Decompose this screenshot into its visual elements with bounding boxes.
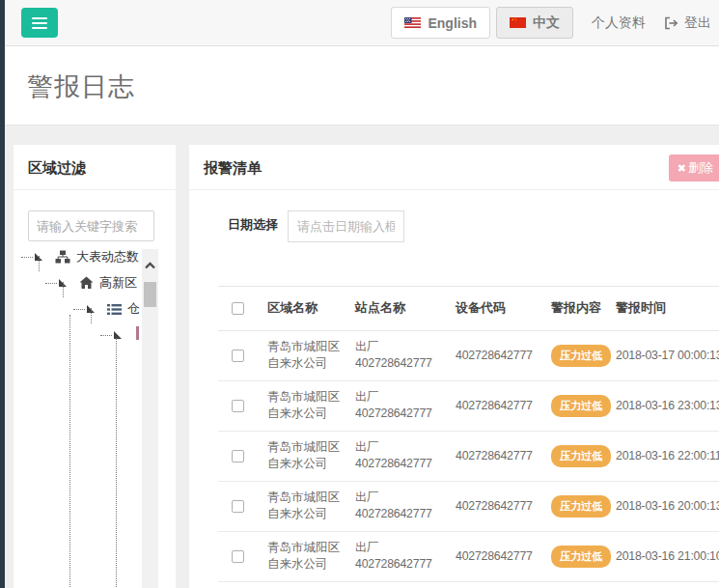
tree-node-company[interactable]: 仓 [73,299,140,319]
page-title: 警报日志 [27,70,719,104]
row-checkbox[interactable] [232,450,244,462]
alarm-badge: 压力过低 [551,495,611,518]
delete-button[interactable]: ✖ 删除 [669,154,719,182]
tree-connector [21,257,33,258]
date-filter-row: 日期选择 [189,210,719,243]
alarm-table-wrapper: 区域名称 站点名称 设备代码 警报内容 警报时间 青岛市城阳区自来水公司 出厂 … [218,286,719,582]
tree-node-station[interactable] [100,325,122,345]
cell-device-code: 402728642777 [456,481,551,531]
cell-time: 2018-03-16 23:00:13 [616,380,719,431]
alarm-badge: 压力过低 [551,345,611,367]
area-filter-header: 区域过滤 [14,145,176,190]
cell-area: 青岛市城阳区自来水公司 [267,380,355,431]
list-icon [107,303,122,316]
page-header: 警报日志 [5,46,719,126]
tree-scrollbar-track[interactable] [142,249,158,588]
tree-connector [45,283,57,284]
cell-station: 出厂 402728642777 [355,330,456,380]
profile-link[interactable]: 个人资料 [592,14,646,32]
us-flag-icon [404,17,421,28]
cell-station: 出厂 402728642777 [355,380,456,431]
china-flag-icon [510,17,526,28]
tree-connector [63,282,64,297]
column-header-area: 区域名称 [267,287,355,330]
tree-node-district[interactable]: 高新区 [45,273,137,293]
row-checkbox[interactable] [232,550,244,563]
row-checkbox[interactable] [232,500,244,513]
tree-connector [69,315,70,588]
alarm-list-title: 报警清单 [204,159,262,176]
row-checkbox[interactable] [232,400,244,412]
tree-connector [73,309,85,310]
tree-node-label[interactable]: 仓 [127,300,140,318]
cell-device-code: 402728642777 [456,431,551,481]
area-filter-panel: 区域过滤 大表动态数 高新区 仓 [14,145,176,588]
language-label: 中文 [533,14,560,32]
language-label: English [428,15,477,31]
select-all-checkbox[interactable] [232,302,244,315]
hamburger-icon [32,17,47,19]
hamburger-menu-button[interactable] [21,8,58,38]
cell-time: 2018-03-16 20:00:13 [616,481,719,531]
scrollbar-thumb[interactable] [144,282,156,307]
logout-icon [664,16,678,30]
tree-connector [100,335,112,336]
alarm-list-header: 报警清单 ✖ 删除 [189,145,719,190]
language-button-english[interactable]: English [391,7,490,39]
tree-node-label[interactable]: 大表动态数 [76,248,139,266]
alarm-badge: 压力过低 [551,395,611,417]
tree-node-label[interactable]: 高新区 [99,274,137,292]
alarm-badge: 压力过低 [551,546,611,568]
logout-link[interactable]: 登出 [664,14,711,32]
table-row: 青岛市城阳区自来水公司 出厂 402728642777 402728642777… [218,481,719,531]
alarm-table: 区域名称 站点名称 设备代码 警报内容 警报时间 青岛市城阳区自来水公司 出厂 … [218,287,719,582]
cell-station: 出厂 402728642777 [355,531,456,581]
delete-button-label: 删除 [688,159,713,177]
date-select-label: 日期选择 [228,216,278,233]
table-row: 青岛市城阳区自来水公司 出厂 402728642777 402728642777… [218,531,719,581]
top-navbar: English 中文 个人资料 登出 [5,0,719,46]
cell-station: 出厂 402728642777 [355,431,456,481]
scroll-up-button[interactable] [144,260,156,272]
cell-area: 青岛市城阳区自来水公司 [267,481,355,531]
area-filter-title: 区域过滤 [28,159,86,176]
keyword-search-input[interactable] [28,210,154,241]
row-checkbox[interactable] [232,350,244,362]
tree-connector [39,256,40,271]
tree-connector [91,308,92,323]
cell-station: 出厂 402728642777 [355,481,456,531]
cell-time: 2018-03-17 00:00:13 [616,330,719,380]
cell-area: 青岛市城阳区自来水公司 [267,330,355,380]
column-header-alarm: 警报内容 [551,287,616,330]
column-header-time: 警报时间 [616,287,719,330]
column-header-device: 设备代码 [456,287,551,330]
table-row: 青岛市城阳区自来水公司 出厂 402728642777 402728642777… [218,380,719,431]
cell-device-code: 402728642777 [456,330,551,380]
cell-time: 2018-03-16 21:00:10 [616,531,719,581]
cell-area: 青岛市城阳区自来水公司 [267,431,355,481]
tree-connector [116,338,117,588]
table-row: 青岛市城阳区自来水公司 出厂 402728642777 402728642777… [218,431,719,481]
x-icon: ✖ [678,162,686,175]
table-header-row: 区域名称 站点名称 设备代码 警报内容 警报时间 [218,287,719,330]
home-icon [79,276,94,290]
cell-device-code: 402728642777 [456,531,551,581]
alarm-list-panel: 报警清单 ✖ 删除 日期选择 区域名称 站点名称 设备代码 警报内容 警报时间 [189,145,719,588]
sitemap-icon [55,250,70,264]
language-button-chinese[interactable]: 中文 [496,7,573,39]
navbar-right-group: English 中文 个人资料 登出 [391,7,719,39]
hidden-icon [136,326,139,340]
column-header-station: 站点名称 [355,287,456,330]
alarm-badge: 压力过低 [551,445,611,467]
cell-device-code: 402728642777 [456,380,551,431]
date-range-input[interactable] [288,210,404,242]
cell-area: 青岛市城阳区自来水公司 [267,531,355,581]
table-row: 青岛市城阳区自来水公司 出厂 402728642777 402728642777… [218,330,719,380]
cell-time: 2018-03-16 22:00:11 [616,431,719,481]
